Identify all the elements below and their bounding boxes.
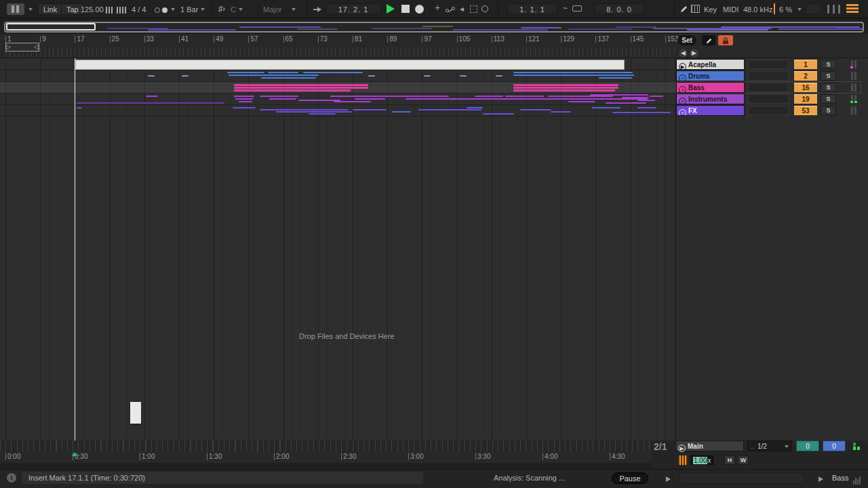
clip-segment-instruments[interactable] (77, 102, 224, 104)
track-activator-button[interactable]: 19 (794, 94, 817, 104)
nav-right-button[interactable]: ▶ (690, 49, 698, 58)
track-name-bass[interactable]: ≡Bass (676, 82, 745, 93)
zoom-height-button[interactable]: H (724, 455, 735, 465)
clip-segment-bass[interactable] (234, 87, 368, 89)
grid-size-dropdown[interactable]: ‥ 1/2 (747, 441, 792, 451)
clip-segment-fx[interactable] (467, 107, 483, 108)
clip-segment-drums[interactable] (339, 72, 363, 73)
tempo-field[interactable]: 125.00 (81, 5, 104, 14)
loop-brace[interactable]: ▷◁ (5, 43, 39, 52)
clip-segment-drums[interactable] (261, 77, 316, 79)
track-unfold-icon[interactable]: ▶ (679, 63, 686, 70)
clip-acapella[interactable] (75, 60, 625, 70)
root-caret-icon[interactable] (239, 8, 243, 11)
scale-icon[interactable]: ♯› (218, 5, 225, 13)
quantize-menu[interactable]: 1 Bar (180, 5, 198, 14)
clip-segment-instruments[interactable] (590, 94, 648, 96)
metronome-caret-icon[interactable] (171, 8, 175, 11)
clip-segment-instruments[interactable] (406, 98, 648, 100)
track-activator-button[interactable]: 2 (794, 71, 817, 81)
back-to-arrangement-icon[interactable]: ◂ (460, 5, 464, 13)
clip-segment-instruments[interactable] (568, 101, 595, 102)
track-name-fx[interactable]: ≡FX (676, 105, 745, 116)
clip-segment-fx[interactable] (520, 109, 551, 110)
track-name-drums[interactable]: ≡Drums (676, 70, 745, 81)
clip-segment-instruments[interactable] (235, 98, 253, 100)
info-icon[interactable]: i (7, 473, 16, 483)
clip-segment-instruments[interactable] (146, 96, 158, 97)
clip-segment-instruments[interactable] (355, 98, 385, 100)
clip-segment-instruments[interactable] (606, 102, 646, 104)
app-menu-icon[interactable] (7, 3, 24, 15)
overview-viewport-box[interactable] (6, 23, 96, 30)
main-track-header[interactable]: ▶Main (675, 441, 744, 451)
track-solo-button[interactable]: S (821, 83, 836, 92)
clip-segment-drums[interactable] (460, 75, 467, 77)
computer-midi-keyboard-icon[interactable] (691, 5, 700, 13)
track-group-icon[interactable]: ≡ (679, 75, 686, 81)
clip-segment-fx[interactable] (353, 109, 387, 110)
clip-segment-fx[interactable] (260, 109, 348, 110)
clip-segment-drums[interactable] (268, 72, 298, 73)
nav-left-button[interactable]: ◀ (679, 49, 688, 58)
clip-segment-instruments[interactable] (269, 98, 296, 100)
tempo-follower-icon[interactable] (678, 455, 688, 465)
clip-segment-fx[interactable] (483, 113, 514, 115)
clip-segment-fx[interactable] (233, 107, 256, 108)
pencil-button[interactable] (702, 35, 715, 45)
clip-segment-instruments[interactable] (330, 96, 447, 97)
clip-segment-fx[interactable] (392, 111, 411, 113)
play-button[interactable] (387, 4, 395, 14)
clip-segment-fx[interactable] (551, 111, 571, 113)
root-note-menu[interactable]: C (231, 5, 236, 14)
clip-segment-fx[interactable] (77, 107, 82, 108)
track-group-icon[interactable]: ≡ (679, 86, 686, 93)
zoom-width-button[interactable]: W (738, 455, 749, 465)
playback-speed-field[interactable]: 1.00x (690, 455, 713, 465)
clip-segment-instruments[interactable] (234, 96, 254, 97)
arrangement-position-display[interactable]: 17. 2. 1 (326, 3, 381, 15)
track-solo-button[interactable]: S (821, 94, 836, 104)
clip-segment-bass[interactable] (513, 89, 615, 92)
metronome-icon[interactable] (155, 6, 167, 14)
midi-capture-icon[interactable] (470, 5, 477, 13)
floating-clip-block[interactable] (130, 402, 141, 424)
reenable-automation-icon[interactable] (481, 5, 488, 12)
hotswap-play-icon[interactable] (818, 476, 823, 482)
track-group-icon[interactable]: ≡ (679, 98, 686, 104)
clip-segment-fx[interactable] (309, 113, 336, 115)
clip-segment-drums[interactable] (599, 77, 632, 79)
clip-segment-drums[interactable] (597, 75, 634, 76)
nudge-up-icon[interactable] (117, 5, 127, 14)
clip-segment-drums[interactable] (424, 75, 431, 77)
track-device-slot[interactable] (748, 94, 789, 104)
stop-button[interactable] (401, 5, 410, 13)
scale-menu[interactable]: Major (263, 5, 282, 14)
clip-segment-instruments[interactable] (637, 100, 655, 101)
clip-segment-fx[interactable] (612, 112, 671, 113)
clip-segment-instruments[interactable] (622, 97, 649, 98)
clip-segment-drums[interactable] (227, 72, 264, 73)
preview-play-icon[interactable] (666, 476, 671, 482)
beat-time-ruler[interactable]: 1917253341495765738189971051131211291371… (0, 34, 868, 58)
clip-segment-instruments[interactable] (548, 96, 613, 97)
clip-segment-instruments[interactable] (650, 96, 663, 97)
track-device-slot[interactable] (748, 83, 789, 92)
arrangement-overview[interactable] (4, 22, 864, 33)
clip-segment-drums[interactable] (182, 75, 189, 77)
track-name-acapella[interactable]: ▶Acapella (676, 59, 745, 70)
track-group-icon[interactable]: ≡ (679, 109, 686, 116)
track-solo-button[interactable]: S (821, 71, 836, 81)
time-ruler[interactable]: 0:000:301:001:302:002:303:003:304:004:30 (0, 451, 652, 463)
clip-segment-instruments[interactable] (239, 101, 252, 102)
track-solo-button[interactable]: S (821, 60, 836, 69)
draw-mode-icon[interactable] (679, 5, 688, 15)
arrangement-area[interactable]: Drop Files and Devices Here (0, 58, 675, 441)
track-activator-button[interactable]: 16 (794, 83, 817, 92)
clip-segment-instruments[interactable] (475, 96, 503, 97)
clip-segment-fx[interactable] (592, 107, 620, 108)
set-marker-button[interactable]: Set (677, 35, 696, 45)
track-device-slot[interactable] (748, 71, 789, 81)
clip-segment-bass[interactable] (234, 89, 351, 92)
clip-segment-instruments[interactable] (505, 96, 544, 97)
